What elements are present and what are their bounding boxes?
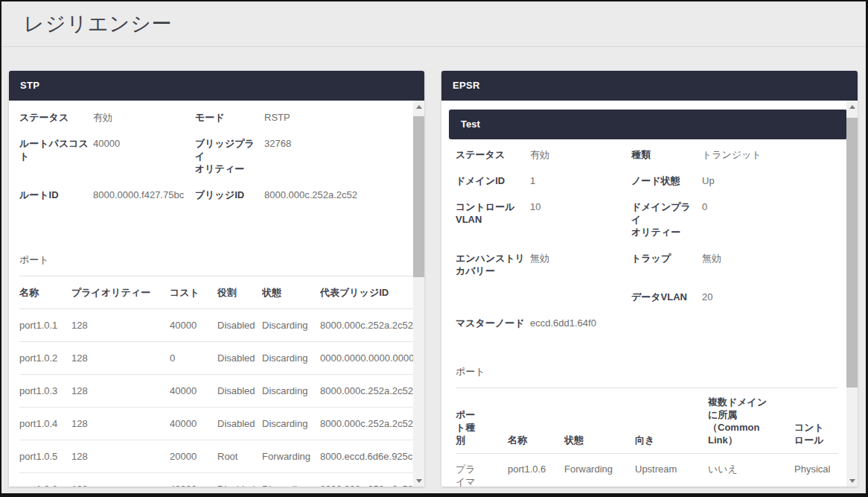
table-cell: Forwarding — [564, 463, 635, 475]
stp-vertical-scrollbar[interactable] — [413, 101, 424, 487]
field-label: ブリッジID — [195, 189, 264, 201]
table-cell: 40000 — [170, 319, 217, 332]
epsr-port-table: ポー ト種 別名称状態向き複数ドメイン に所属 （Common Link）コント… — [456, 388, 838, 487]
table-cell: 8000.000c.252a.2c52 — [320, 483, 413, 487]
scrollbar-thumb[interactable] — [846, 118, 858, 387]
stp-field-grid: ステータス有効モードRSTPルートパスコス ト40000ブリッジプライ オリティ… — [19, 111, 413, 201]
table-cell: Forwarding — [262, 450, 320, 463]
field-value: 40000 — [93, 137, 195, 175]
table-cell: 128 — [71, 319, 170, 332]
field-label: ルートパスコス ト — [19, 137, 93, 175]
page-header: レジリエンシー — [1, 1, 866, 47]
table-cell: Discarding — [262, 417, 320, 430]
table-cell: 40000 — [170, 417, 217, 430]
field-label — [456, 291, 530, 303]
column-header: 代表ブリッジID — [320, 286, 413, 299]
table-row: port1.0.112840000DisabledDiscarding8000.… — [19, 309, 413, 342]
epsr-panel-header: EPSR — [441, 71, 858, 101]
field-label: ドメインID — [456, 174, 530, 187]
field-value: 無効 — [530, 252, 631, 277]
table-cell: 40000 — [170, 384, 217, 397]
table-cell: 0 — [170, 352, 217, 364]
table-header-row: ポー ト種 別名称状態向き複数ドメイン に所属 （Common Link）コント… — [456, 388, 838, 454]
column-header: 状態 — [262, 286, 320, 299]
field-label: ドメインプライ オリティー — [631, 200, 702, 238]
table-cell: port1.0.8 — [19, 483, 71, 487]
table-cell: port1.0.4 — [19, 417, 71, 430]
table-cell: Discarding — [262, 352, 320, 364]
stp-panel-header: STP — [9, 71, 424, 101]
scroll-up-button[interactable] — [413, 101, 424, 113]
page-title: レジリエンシー — [24, 10, 173, 37]
table-cell: Upstream — [635, 463, 708, 475]
triangle-up-icon — [849, 105, 855, 109]
field-value: Up — [702, 174, 838, 187]
scroll-down-button[interactable] — [846, 475, 858, 487]
field-value: トランジット — [702, 148, 838, 161]
column-header: 役割 — [217, 286, 262, 299]
triangle-down-icon — [849, 479, 855, 483]
field-label: エンハンストリ カバリー — [456, 252, 530, 277]
field-value: 有効 — [93, 111, 195, 124]
table-row: port1.0.512820000RootForwarding8000.eccd… — [19, 440, 413, 473]
table-cell: 8000.eccd.6d6e.925c — [320, 450, 413, 463]
field-label: トラップ — [631, 252, 702, 277]
table-cell: 0000.0000.0000.0000 — [320, 352, 413, 364]
table-cell: 128 — [71, 450, 170, 463]
field-label: マスターノード — [456, 317, 530, 329]
field-value: 32768 — [264, 137, 413, 175]
epsr-vertical-scrollbar[interactable] — [846, 101, 858, 487]
field-value: 10 — [530, 200, 631, 238]
table-cell: 128 — [71, 483, 170, 487]
field-value: 1 — [530, 174, 631, 187]
table-cell: いいえ — [708, 463, 794, 475]
field-label: 種類 — [631, 148, 702, 161]
table-cell: 40000 — [170, 483, 217, 487]
column-header: 向き — [635, 434, 708, 446]
stp-panel-body: ステータス有効モードRSTPルートパスコス ト40000ブリッジプライ オリティ… — [9, 101, 424, 487]
epsr-domain-title: Test — [449, 110, 847, 139]
scrollbar-thumb[interactable] — [413, 116, 424, 277]
table-cell: 128 — [71, 352, 170, 364]
table-cell: Physical — [794, 463, 838, 475]
column-header: 状態 — [564, 434, 635, 446]
table-header-row: 名称プライオリティーコスト役割状態代表ブリッジID — [19, 276, 413, 309]
table-row: port1.0.412840000DisabledDiscarding8000.… — [19, 408, 413, 440]
column-header: 複数ドメイン に所属 （Common Link） — [708, 396, 794, 446]
resiliency-page: { "page": { "title": "レジリエンシー" }, "color… — [0, 0, 868, 497]
column-header: ポー ト種 別 — [456, 408, 508, 446]
field-label: モード — [195, 111, 264, 124]
table-cell: port1.0.1 — [19, 319, 71, 332]
column-header: 名称 — [508, 434, 564, 446]
field-value: 0 — [702, 200, 838, 238]
column-header: プライオリティー — [71, 286, 170, 299]
field-value: 8000.0000.f427.75bc — [93, 189, 195, 201]
scroll-up-button[interactable] — [846, 101, 858, 113]
table-cell: Discarding — [262, 384, 320, 397]
epsr-panel-body: Test ステータス有効種類トランジットドメインID1ノード状態Upコントロール… — [441, 101, 858, 487]
table-cell: Disabled — [217, 417, 262, 430]
field-value: eccd.6dd1.64f0 — [530, 317, 631, 329]
table-cell: プラ イマ リー — [456, 463, 508, 487]
field-label: データVLAN — [631, 291, 702, 303]
triangle-up-icon — [416, 105, 422, 109]
column-header: コスト — [170, 286, 217, 299]
field-value — [530, 291, 631, 303]
stp-port-table: 名称プライオリティーコスト役割状態代表ブリッジIDport1.0.1128400… — [19, 276, 413, 487]
table-cell: Disabled — [217, 483, 262, 487]
table-cell: port1.0.2 — [19, 352, 71, 364]
stp-port-section-label: ポート — [19, 253, 413, 267]
triangle-down-icon — [416, 479, 422, 483]
table-cell: 128 — [71, 417, 170, 430]
table-cell: Root — [217, 450, 262, 463]
table-row: port1.0.812840000DisabledDiscarding8000.… — [19, 473, 413, 487]
table-cell: Discarding — [262, 319, 320, 332]
table-cell: Disabled — [217, 384, 262, 397]
epsr-domain-card: Test ステータス有効種類トランジットドメインID1ノード状態Upコントロール… — [449, 110, 847, 487]
scroll-down-button[interactable] — [413, 475, 424, 487]
table-cell: 20000 — [170, 450, 217, 463]
table-cell: Disabled — [217, 319, 262, 332]
field-value: 有効 — [530, 148, 631, 161]
table-row: port1.0.21280DisabledDiscarding0000.0000… — [19, 342, 413, 375]
field-label: ルートID — [19, 189, 93, 201]
